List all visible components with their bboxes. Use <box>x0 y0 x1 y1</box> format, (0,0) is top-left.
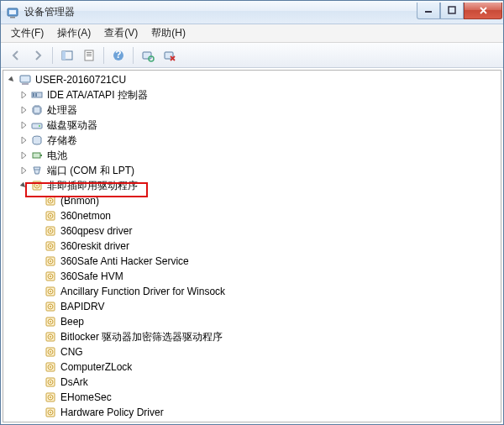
tree-driver-item[interactable]: 360Safe HVM <box>3 269 501 284</box>
svg-point-53 <box>50 291 51 292</box>
driver-icon <box>44 194 57 207</box>
device-tree: USER-20160721CU IDE ATA/ATAPI 控制器 处理器 <box>3 71 501 422</box>
svg-rect-16 <box>20 76 30 82</box>
svg-point-59 <box>50 321 51 323</box>
expand-icon[interactable] <box>18 90 29 100</box>
tree-driver-item[interactable]: 360reskit driver <box>3 239 501 254</box>
device-tree-pane[interactable]: USER-20160721CU IDE ATA/ATAPI 控制器 处理器 <box>3 70 501 422</box>
tree-driver-item[interactable]: Beep <box>3 314 501 329</box>
tree-category-battery[interactable]: 电池 <box>3 148 501 163</box>
svg-rect-8 <box>87 52 92 53</box>
tree-category-ports[interactable]: 端口 (COM 和 LPT) <box>3 163 501 178</box>
svg-rect-6 <box>62 51 66 60</box>
menu-action[interactable]: 操作(A) <box>50 24 97 42</box>
tree-driver-item[interactable]: Hardware Policy Driver <box>3 405 501 420</box>
svg-rect-19 <box>33 93 34 97</box>
node-label: (Bnmon) <box>60 195 99 207</box>
tree-category-ide[interactable]: IDE ATA/ATAPI 控制器 <box>3 87 501 102</box>
svg-point-68 <box>50 366 51 368</box>
tree-driver-item[interactable]: ComputerZLock <box>3 359 501 375</box>
driver-icon <box>44 300 57 313</box>
svg-text:?: ? <box>115 49 121 60</box>
tree-driver-item[interactable]: (Bnmon) <box>3 193 501 208</box>
tree-driver-item[interactable]: CNG <box>3 344 501 359</box>
tree-connector <box>32 211 42 221</box>
driver-icon <box>44 285 57 298</box>
svg-rect-21 <box>34 107 40 113</box>
svg-rect-10 <box>87 55 92 56</box>
help-button[interactable]: ? <box>108 45 129 66</box>
tree-connector <box>32 317 42 327</box>
expand-icon[interactable] <box>18 120 29 130</box>
tree-driver-item[interactable]: Bitlocker 驱动器加密筛选器驱动程序 <box>3 329 501 344</box>
menu-file[interactable]: 文件(F) <box>4 24 50 42</box>
tree-connector <box>32 302 42 312</box>
collapse-icon[interactable] <box>18 181 29 191</box>
tree-category-storage[interactable]: 存储卷 <box>3 133 501 148</box>
tree-connector <box>32 196 42 206</box>
tree-connector <box>32 392 42 402</box>
svg-point-71 <box>50 381 51 383</box>
maximize-button[interactable] <box>440 3 464 19</box>
svg-rect-9 <box>87 54 92 55</box>
expand-icon[interactable] <box>18 135 29 145</box>
tree-connector <box>32 377 42 387</box>
svg-point-62 <box>50 336 51 338</box>
window-controls <box>417 3 502 19</box>
node-label: Hardware Policy Driver <box>60 407 164 418</box>
node-label: USER-20160721CU <box>35 74 126 86</box>
node-label: 360Safe HVM <box>60 270 123 282</box>
driver-icon <box>44 406 57 419</box>
tree-driver-item[interactable]: 360qpesv driver <box>3 223 501 239</box>
svg-point-74 <box>50 396 51 398</box>
tree-driver-item[interactable]: BAPIDRV <box>3 299 501 314</box>
computer-icon <box>18 73 32 87</box>
tree-category-cpu[interactable]: 处理器 <box>3 102 501 118</box>
tree-driver-item[interactable]: 360netmon <box>3 208 501 223</box>
toolbar-separator <box>52 47 53 64</box>
svg-rect-26 <box>40 155 42 156</box>
tree-driver-item[interactable]: Ancillary Function Driver for Winsock <box>3 284 501 299</box>
node-label: 360Safe Anti Hacker Service <box>60 255 189 267</box>
expand-icon[interactable] <box>18 150 29 160</box>
scan-hardware-button[interactable] <box>138 45 158 66</box>
close-button[interactable] <box>464 3 502 19</box>
tree-category-nonpnp[interactable]: 非即插即用驱动程序 <box>3 178 501 193</box>
svg-rect-13 <box>143 52 151 59</box>
driver-icon <box>44 345 57 359</box>
toolbar-separator <box>103 47 104 64</box>
tree-connector <box>32 347 42 357</box>
node-label: HTTP <box>60 422 87 422</box>
svg-point-35 <box>50 200 51 202</box>
driver-icon <box>44 330 57 344</box>
svg-point-56 <box>50 306 51 307</box>
tree-driver-item[interactable]: DsArk <box>3 375 501 390</box>
forward-button[interactable] <box>28 45 48 66</box>
expand-icon[interactable] <box>18 105 29 115</box>
tree-root[interactable]: USER-20160721CU <box>3 72 501 87</box>
svg-point-41 <box>50 230 51 232</box>
show-hide-console-tree-button[interactable] <box>57 45 77 66</box>
minimize-button[interactable] <box>417 3 440 19</box>
expand-icon[interactable] <box>18 165 29 176</box>
tree-driver-item[interactable]: HTTP <box>3 420 501 422</box>
tree-driver-item[interactable]: EHomeSec <box>3 390 501 405</box>
collapse-icon[interactable] <box>7 75 17 85</box>
tree-category-disk[interactable]: 磁盘驱动器 <box>3 118 501 133</box>
menu-help[interactable]: 帮助(H) <box>144 24 192 42</box>
node-label: 电池 <box>47 149 67 163</box>
node-label: EHomeSec <box>60 391 112 403</box>
properties-button[interactable] <box>79 45 99 66</box>
node-label: 磁盘驱动器 <box>47 118 97 133</box>
disk-drive-icon <box>30 118 44 132</box>
tree-driver-item[interactable]: 360Safe Anti Hacker Service <box>3 254 501 269</box>
tree-connector <box>32 256 42 266</box>
processor-icon <box>30 103 44 117</box>
node-label: Ancillary Function Driver for Winsock <box>60 286 225 297</box>
back-button[interactable] <box>6 45 26 66</box>
svg-point-77 <box>50 412 51 413</box>
titlebar[interactable]: 设备管理器 <box>1 1 503 24</box>
menu-view[interactable]: 查看(V) <box>97 24 144 42</box>
svg-rect-25 <box>33 153 40 158</box>
uninstall-button[interactable] <box>160 45 180 66</box>
